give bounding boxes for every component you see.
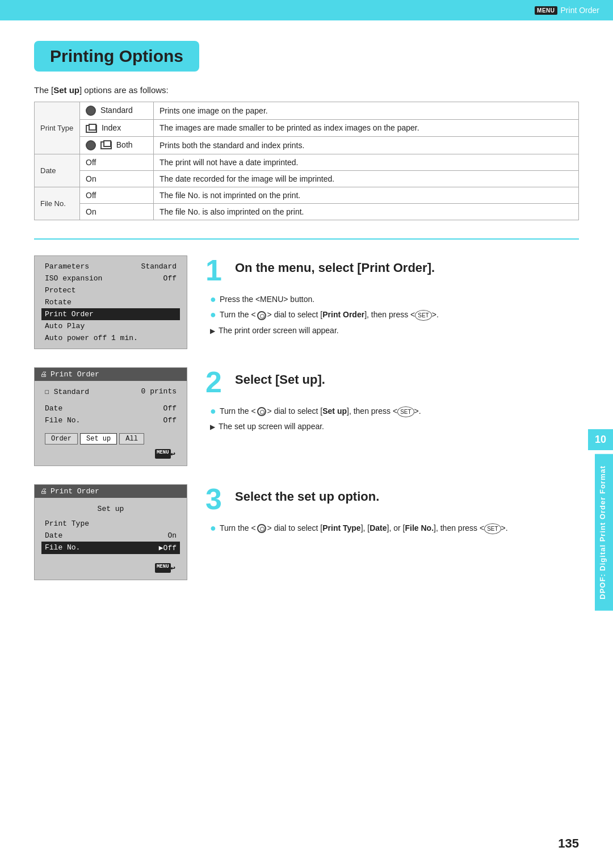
- bullet-dot-5: ●: [210, 522, 216, 535]
- set-badge-2: SET: [397, 406, 414, 417]
- page-title: Printing Options: [50, 47, 183, 66]
- screen-header-label-3: Print Order: [51, 487, 99, 496]
- step-1-row: ParametersStandard ISO expansionOff Prot…: [34, 255, 579, 349]
- step-1-bullets: ● Press the <MENU> button. ● Turn the <>…: [210, 292, 579, 338]
- screen-header-label-2: Print Order: [51, 370, 99, 379]
- options-table: Print Type Standard Prints one image on …: [34, 102, 579, 220]
- menu-icon-sm-2: MENU: [155, 449, 171, 459]
- menu-item-rotate: Rotate: [41, 296, 180, 308]
- step-3-instruction: 3 Select the set up option. ● Turn the <…: [205, 484, 579, 536]
- option-fileno-off: Off: [80, 187, 154, 203]
- dial-icon-3: [257, 524, 266, 533]
- sub-header-setup: Set up: [41, 502, 180, 515]
- screen-body-3: Set up Print Type DateOn File No.▶Off ME…: [35, 498, 187, 580]
- screen-row-date3: DateOn: [41, 530, 180, 542]
- step-2-screen: 🖨 Print Order ☐ Standard 0 prints DateOf…: [34, 367, 187, 466]
- menu-item-autoplay: Auto Play: [41, 320, 180, 332]
- set-badge-3: SET: [484, 523, 501, 534]
- step-2-instruction: 2 Select [Set up]. ● Turn the <> dial to…: [205, 367, 579, 435]
- divider: [34, 238, 579, 240]
- step-1-title-area: 1 On the menu, select [Print Order].: [205, 255, 579, 285]
- intro-text: The [Set up] options are as follows:: [34, 85, 579, 95]
- main-content: Printing Options The [Set up] options ar…: [0, 20, 613, 614]
- desc-index: The images are made smaller to be printe…: [154, 120, 579, 136]
- screen-inner-1: ParametersStandard ISO expansionOff Prot…: [35, 256, 187, 349]
- menu-icon: MENU: [535, 6, 557, 15]
- step-3-number: 3: [205, 484, 228, 514]
- option-both: Both: [80, 136, 154, 154]
- desc-both: Prints both the standard and index print…: [154, 136, 579, 154]
- step-2-title-area: 2 Select [Set up].: [205, 367, 579, 397]
- table-row: File No. Off The file No. is not imprint…: [35, 187, 579, 203]
- category-fileno: File No.: [35, 187, 80, 220]
- option-date-off: Off: [80, 154, 154, 170]
- menu-item-parameters: ParametersStandard: [41, 261, 180, 272]
- tab-row-2: Order Set up All: [41, 431, 180, 447]
- dial-icon-2: [257, 407, 266, 416]
- step-3-title: Select the set up option.: [235, 484, 379, 505]
- screen-row-fileno3: File No.▶Off: [41, 542, 180, 554]
- intro-bold: Set up: [53, 85, 79, 95]
- screen-row-date: DateOff: [41, 402, 180, 414]
- tab-setup[interactable]: Set up: [80, 433, 117, 445]
- desc-fileno-off: The file No. is not imprinted on the pri…: [154, 187, 579, 203]
- menu-icon-sm-3: MENU: [155, 563, 171, 573]
- header-text: MENU Print Order: [535, 6, 599, 15]
- bullet-dot-3: ●: [210, 405, 216, 418]
- both-icon2: [100, 141, 112, 149]
- print-icon-3: 🖨: [40, 487, 47, 496]
- option-index: Index: [80, 120, 154, 136]
- tab-all[interactable]: All: [119, 433, 144, 445]
- spacer: [41, 398, 180, 402]
- standard-icon: [86, 106, 96, 116]
- both-icon1: [86, 140, 96, 150]
- desc-fileno-on: The file No. is also imprinted on the pr…: [154, 203, 579, 220]
- bullet-dot-1: ●: [210, 293, 216, 306]
- category-print-type: Print Type: [35, 102, 80, 154]
- dial-icon-1: [257, 311, 266, 320]
- table-row: Index The images are made smaller to be …: [35, 120, 579, 136]
- menu-item-protect: Protect: [41, 284, 180, 296]
- step-3-row: 🖨 Print Order Set up Print Type DateOn F…: [34, 484, 579, 580]
- step-3-title-area: 3 Select the set up option.: [205, 484, 579, 514]
- screen-row-printtype: Print Type: [41, 518, 180, 530]
- option-standard: Standard: [80, 102, 154, 120]
- tab-order[interactable]: Order: [45, 433, 78, 445]
- screen-header-2: 🖨 Print Order: [35, 368, 187, 381]
- step-2-bullets: ● Turn the <> dial to select [Set up], t…: [210, 404, 579, 435]
- side-tab: DPOF: Digital Print Order Format: [595, 454, 613, 611]
- arrow-tri-1: ▶: [210, 326, 215, 336]
- index-icon: [86, 125, 97, 133]
- chapter-badge: 10: [588, 429, 613, 450]
- desc-date-off: The print will not have a date imprinted…: [154, 154, 579, 170]
- section-title-box: Printing Options: [34, 41, 199, 72]
- desc-date-on: The date recorded for the image will be …: [154, 170, 579, 187]
- option-date-on: On: [80, 170, 154, 187]
- table-row: On The date recorded for the image will …: [35, 170, 579, 187]
- print-icon-2: 🖨: [40, 370, 47, 379]
- spacer3b: [41, 554, 180, 561]
- category-date: Date: [35, 154, 80, 187]
- menu-item-iso: ISO expansionOff: [41, 272, 180, 284]
- table-row: On The file No. is also imprinted on the…: [35, 203, 579, 220]
- header-page-ref: Print Order: [561, 6, 599, 15]
- step-3-bullet-1: ● Turn the <> dial to select [Print Type…: [210, 521, 579, 536]
- menu-footer-2: MENU ↩: [41, 447, 180, 461]
- table-row: Both Prints both the standard and index …: [35, 136, 579, 154]
- steps-area: ParametersStandard ISO expansionOff Prot…: [34, 255, 579, 580]
- desc-standard: Prints one image on the paper.: [154, 102, 579, 120]
- step-2-bullet-1: ● Turn the <> dial to select [Set up], t…: [210, 404, 579, 420]
- set-badge-1: SET: [415, 310, 431, 321]
- menu-footer-3: MENU ↩: [41, 561, 180, 575]
- step-3-screen: 🖨 Print Order Set up Print Type DateOn F…: [34, 484, 187, 580]
- step-3-bullets: ● Turn the <> dial to select [Print Type…: [210, 521, 579, 536]
- step-2-number: 2: [205, 367, 228, 397]
- screen-row-fileno: File No.Off: [41, 414, 180, 426]
- step-1-bullet-2: ● Turn the <> dial to select [Print Orde…: [210, 307, 579, 323]
- step-1-bullet-1: ● Press the <MENU> button.: [210, 292, 579, 308]
- option-fileno-on: On: [80, 203, 154, 220]
- screen-row-standard: ☐ Standard 0 prints: [41, 385, 180, 398]
- step-1-number: 1: [205, 255, 228, 285]
- table-row: Date Off The print will not have a date …: [35, 154, 579, 170]
- page-number: 135: [558, 836, 579, 851]
